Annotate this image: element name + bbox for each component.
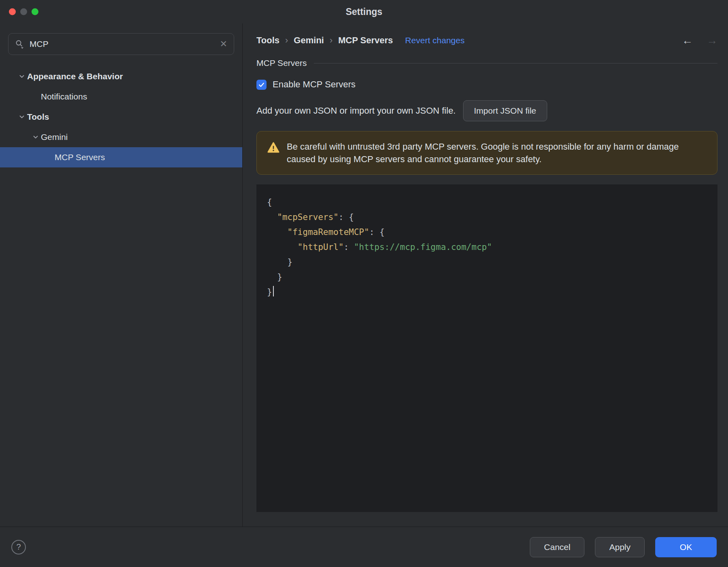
code-line: "figmaRemoteMCP": {	[267, 225, 717, 240]
code-token: "figmaRemoteMCP"	[288, 227, 369, 237]
code-token	[267, 242, 298, 252]
import-instruction-text: Add your own JSON or import your own JSO…	[256, 106, 456, 116]
code-token: "https://mcp.figma.com/mcp"	[354, 242, 492, 252]
breadcrumb-item-mcp-servers[interactable]: MCP Servers	[338, 35, 393, 46]
breadcrumb-separator-icon: ›	[330, 35, 332, 46]
section-header: MCP Servers	[256, 58, 717, 68]
settings-sidebar: MCP ✕ Appearance & BehaviorNotifications…	[0, 23, 243, 527]
code-token: :	[369, 227, 379, 237]
warning-banner: Be careful with untrusted 3rd party MCP …	[256, 131, 717, 175]
sidebar-item-label: Notifications	[41, 92, 87, 102]
code-token: "mcpServers"	[277, 212, 339, 222]
import-json-button[interactable]: Import JSON file	[463, 100, 547, 121]
code-line: "mcpServers": {	[267, 210, 717, 225]
history-nav: ← →	[682, 34, 717, 47]
revert-changes-link[interactable]: Revert changes	[405, 36, 465, 45]
window-body: MCP ✕ Appearance & BehaviorNotifications…	[0, 23, 728, 527]
enable-mcp-checkbox[interactable]	[256, 80, 267, 90]
sidebar-item-label: Tools	[27, 112, 49, 122]
settings-tree: Appearance & BehaviorNotificationsToolsG…	[0, 66, 242, 167]
sidebar-item-label: MCP Servers	[55, 152, 105, 162]
code-token	[267, 227, 288, 237]
sidebar-item-tools[interactable]: Tools	[0, 107, 242, 127]
traffic-lights	[9, 8, 38, 15]
enable-mcp-row: Enable MCP Servers	[256, 79, 717, 90]
title-bar: Settings	[0, 0, 728, 23]
breadcrumb-separator-icon: ›	[285, 35, 288, 46]
apply-button[interactable]: Apply	[595, 537, 645, 557]
sidebar-item-gemini[interactable]: Gemini	[0, 127, 242, 147]
window-title: Settings	[346, 6, 383, 17]
settings-main-panel: Tools › Gemini › MCP Servers Revert chan…	[243, 23, 728, 527]
code-token: {	[349, 212, 354, 222]
minimize-window-button[interactable]	[20, 8, 27, 15]
search-value: MCP	[30, 39, 215, 49]
code-line: {	[267, 195, 717, 210]
sidebar-item-notifications[interactable]: Notifications	[0, 87, 242, 107]
code-token: {	[379, 227, 385, 237]
cancel-button[interactable]: Cancel	[530, 537, 584, 557]
help-button[interactable]: ?	[11, 540, 26, 554]
warning-icon	[267, 142, 279, 155]
section-divider	[314, 63, 717, 63]
ok-button[interactable]: OK	[655, 537, 717, 557]
sidebar-item-label: Gemini	[41, 132, 68, 142]
chevron-down-icon[interactable]	[30, 133, 41, 141]
breadcrumb: Tools › Gemini › MCP Servers Revert chan…	[256, 32, 717, 49]
code-token	[267, 212, 277, 222]
chevron-down-icon[interactable]	[17, 113, 27, 121]
code-token: "httpUrl"	[298, 242, 344, 252]
breadcrumb-item-tools[interactable]: Tools	[256, 35, 279, 46]
code-line: "httpUrl": "https://mcp.figma.com/mcp"	[267, 240, 717, 255]
import-row: Add your own JSON or import your own JSO…	[256, 100, 717, 121]
code-token: }	[267, 287, 272, 297]
sidebar-item-mcp-servers[interactable]: MCP Servers	[0, 147, 242, 167]
sidebar-item-label: Appearance & Behavior	[27, 72, 123, 81]
enable-mcp-label: Enable MCP Servers	[273, 79, 356, 90]
code-token: :	[344, 242, 354, 252]
search-icon[interactable]	[15, 39, 25, 49]
code-line: }	[267, 255, 717, 270]
forward-arrow-icon[interactable]: →	[707, 34, 717, 47]
close-window-button[interactable]	[9, 8, 16, 15]
code-line: }	[267, 270, 717, 285]
warning-text: Be careful with untrusted 3rd party MCP …	[287, 140, 707, 165]
settings-search-input[interactable]: MCP ✕	[8, 33, 234, 55]
sidebar-item-appearance-behavior[interactable]: Appearance & Behavior	[0, 66, 242, 87]
json-editor[interactable]: { "mcpServers": { "figmaRemoteMCP": { "h…	[256, 184, 717, 512]
code-token: {	[267, 197, 272, 207]
footer-bar: ? Cancel Apply OK	[0, 527, 728, 567]
section-title: MCP Servers	[256, 58, 307, 68]
zoom-window-button[interactable]	[32, 8, 38, 15]
clear-search-icon[interactable]: ✕	[220, 40, 227, 49]
chevron-down-icon[interactable]	[17, 73, 27, 80]
code-token: }	[267, 257, 292, 267]
settings-window: Settings MCP ✕ Appearance & BehaviorNoti…	[0, 0, 728, 567]
back-arrow-icon[interactable]: ←	[682, 34, 693, 47]
breadcrumb-item-gemini[interactable]: Gemini	[294, 35, 324, 46]
code-token: :	[339, 212, 349, 222]
code-line: }	[267, 285, 717, 300]
text-cursor	[273, 286, 274, 296]
code-token: }	[267, 272, 282, 282]
